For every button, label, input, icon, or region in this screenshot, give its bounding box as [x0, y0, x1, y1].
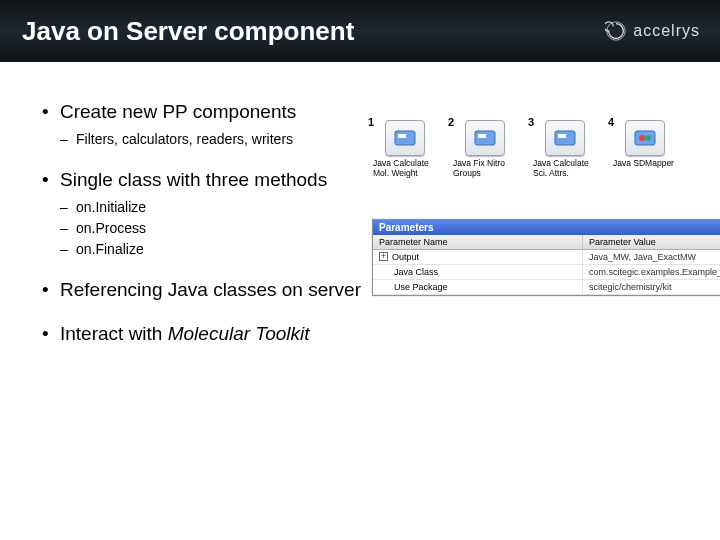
- param-row[interactable]: + Output Java_MW, Java_ExactMW: [373, 250, 720, 265]
- col-header-value: Parameter Value: [583, 235, 720, 249]
- spiral-icon: [605, 20, 627, 42]
- pipeline-component[interactable]: 3 Java Calculate Sci. Attrs.: [536, 120, 594, 179]
- component-icon: [545, 120, 585, 156]
- col-header-name: Parameter Name: [373, 235, 583, 249]
- component-icon: [625, 120, 665, 156]
- component-row: 1 Java Calculate Mol. Weight 2 Java Fix …: [372, 120, 720, 179]
- param-row[interactable]: Use Package scitegic/chemistry/kit: [373, 280, 720, 295]
- svg-rect-6: [558, 134, 566, 138]
- sub-bullet: on.Initialize: [60, 198, 372, 216]
- bullet-column: Create new PP components Filters, calcul…: [42, 80, 372, 540]
- bullet-item: Referencing Java classes on server: [42, 278, 372, 302]
- svg-point-9: [645, 135, 651, 141]
- component-icon: [465, 120, 505, 156]
- param-row[interactable]: Java Class com.scitegic.examples.Example…: [373, 265, 720, 280]
- bullet-item: Interact with Molecular Toolkit: [42, 322, 372, 346]
- pipeline-component[interactable]: 2 Java Fix Nitro Groups: [456, 120, 514, 179]
- title-bar: Java on Server component accelrys: [0, 0, 720, 62]
- sub-bullet: on.Process: [60, 219, 372, 237]
- svg-point-8: [639, 135, 645, 141]
- bullet-item: Single class with three methods on.Initi…: [42, 168, 372, 258]
- svg-rect-4: [478, 134, 486, 138]
- param-name: Use Package: [394, 282, 448, 292]
- parameters-headers: Parameter Name Parameter Value: [373, 235, 720, 250]
- sub-bullet: on.Finalize: [60, 240, 372, 258]
- pipeline-component[interactable]: 4 Java SDMapper: [616, 120, 674, 179]
- component-icon: [385, 120, 425, 156]
- parameters-panel: Parameters Parameter Name Parameter Valu…: [372, 219, 720, 296]
- bullet-item: Create new PP components Filters, calcul…: [42, 100, 372, 148]
- parameters-titlebar: Parameters: [373, 220, 720, 235]
- param-value[interactable]: Java_MW, Java_ExactMW: [583, 250, 720, 264]
- pipeline-component[interactable]: 1 Java Calculate Mol. Weight: [376, 120, 434, 179]
- slide-title: Java on Server component: [22, 16, 354, 47]
- param-name: Output: [392, 252, 419, 262]
- param-value[interactable]: scitegic/chemistry/kit: [583, 280, 720, 294]
- svg-point-0: [607, 22, 625, 40]
- expand-icon[interactable]: +: [379, 252, 388, 261]
- param-value[interactable]: com.scitegic.examples.Example_CalcMolwei…: [583, 265, 720, 279]
- param-name: Java Class: [394, 267, 438, 277]
- brand-logo: accelrys: [605, 20, 700, 42]
- svg-rect-2: [398, 134, 406, 138]
- brand-text: accelrys: [633, 22, 700, 40]
- sub-bullet: Filters, calculators, readers, writers: [60, 130, 372, 148]
